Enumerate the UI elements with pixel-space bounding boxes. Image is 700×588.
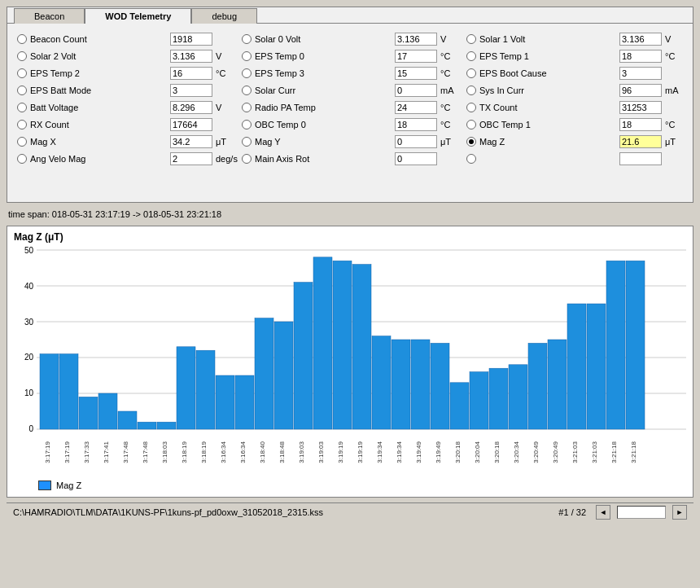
telem-radio[interactable]	[242, 86, 252, 95]
tab-debug[interactable]: debug	[191, 8, 257, 24]
chart-bar	[431, 343, 449, 429]
chart-bar	[352, 265, 371, 429]
telem-radio[interactable]	[17, 120, 27, 129]
telem-value[interactable]	[395, 84, 437, 97]
telem-label: EPS Temp 3	[255, 68, 392, 78]
telem-value[interactable]	[170, 33, 212, 46]
telem-value[interactable]	[619, 118, 662, 131]
telem-value[interactable]	[170, 101, 212, 114]
chart-bar	[196, 350, 215, 429]
telem-row: Radio PA Temp°C	[242, 100, 458, 115]
telem-value[interactable]	[395, 50, 437, 63]
chart-bar	[333, 261, 352, 429]
telem-row: Ang Velo Magdeg/s	[17, 151, 234, 166]
telem-radio[interactable]	[17, 68, 27, 78]
chart-bar	[216, 375, 234, 429]
chart-bar	[606, 261, 625, 429]
telem-radio[interactable]	[466, 86, 476, 95]
telem-radio[interactable]	[242, 34, 252, 44]
telem-radio[interactable]	[242, 68, 252, 78]
x-axis-label: 3:17:48	[142, 441, 149, 463]
telem-radio[interactable]	[466, 51, 476, 61]
telem-unit: deg/s	[216, 154, 234, 164]
telem-radio[interactable]	[466, 34, 476, 44]
x-axis-label: 3:20:34	[513, 441, 520, 463]
telem-row: Main Axis Rot	[242, 151, 458, 166]
telem-unit: μT	[216, 137, 234, 147]
telem-value[interactable]	[395, 67, 437, 80]
telem-unit: μT	[665, 137, 683, 147]
tab-wod[interactable]: WOD Telemetry	[85, 8, 191, 24]
x-axis-label: 3:19:03	[317, 441, 325, 463]
telem-radio[interactable]	[17, 154, 27, 164]
telem-row: EPS Batt Mode	[17, 83, 234, 98]
telem-value[interactable]	[170, 50, 212, 63]
telem-value[interactable]	[170, 135, 212, 148]
telem-label: Ang Velo Mag	[30, 154, 167, 164]
chart-bar	[235, 375, 254, 429]
chart-legend: Mag Z	[38, 480, 686, 490]
x-axis-label: 3:19:19	[337, 441, 344, 463]
telem-radio[interactable]	[242, 51, 252, 61]
nav-next-button[interactable]: ►	[672, 505, 687, 520]
x-axis-label: 3:17:19	[63, 441, 71, 463]
nav-slider[interactable]	[617, 506, 666, 519]
telem-col: Solar 1 VoltVEPS Temp 1°CEPS Boot CauseS…	[466, 32, 683, 166]
telem-radio[interactable]	[242, 154, 252, 164]
telem-value[interactable]	[619, 101, 662, 114]
telem-value[interactable]	[619, 67, 662, 80]
telem-radio[interactable]	[466, 120, 476, 129]
telem-row: OBC Temp 1°C	[466, 117, 683, 132]
telem-value[interactable]	[619, 84, 662, 97]
nav-prev-button[interactable]: ◄	[596, 505, 610, 520]
legend-label: Mag Z	[56, 480, 81, 490]
telem-label: EPS Temp 2	[30, 68, 167, 78]
telem-radio[interactable]	[242, 103, 252, 112]
telem-label: EPS Boot Cause	[479, 68, 616, 78]
y-axis-label: 30	[14, 318, 33, 327]
status-path: C:\HAMRADIO\TLM\DATA\1KUNS-PF\1kuns-pf_p…	[13, 507, 552, 517]
telem-col: Solar 0 VoltVEPS Temp 0°CEPS Temp 3°CSol…	[242, 32, 458, 166]
telem-radio[interactable]	[17, 137, 27, 147]
telem-label: Solar 0 Volt	[255, 34, 392, 44]
telem-radio[interactable]	[466, 137, 476, 147]
telem-radio[interactable]	[466, 103, 476, 112]
telem-radio[interactable]	[17, 51, 27, 61]
telem-value[interactable]	[619, 135, 662, 148]
telem-value[interactable]	[619, 50, 662, 63]
x-axis-label: 3:19:19	[357, 441, 364, 463]
telem-value[interactable]	[619, 152, 662, 165]
telem-radio[interactable]	[242, 120, 252, 129]
chart-bar	[294, 283, 313, 429]
x-axis-svg: 3:17:193:17:193:17:333:17:413:17:483:17:…	[37, 433, 686, 474]
tab-beacon[interactable]: Beacon	[14, 8, 85, 24]
telem-radio[interactable]	[17, 103, 27, 112]
telem-value[interactable]	[395, 118, 437, 131]
telem-unit: °C	[216, 68, 234, 78]
telem-radio[interactable]	[17, 86, 27, 95]
chart-bar	[528, 343, 547, 429]
telem-value[interactable]	[619, 33, 662, 46]
telem-value[interactable]	[395, 33, 437, 46]
telem-radio[interactable]	[466, 154, 476, 164]
telem-row: EPS Temp 2°C	[17, 66, 234, 81]
telem-value[interactable]	[170, 84, 212, 97]
telem-value[interactable]	[170, 152, 212, 165]
chart-bar	[255, 318, 273, 429]
telemetry-grid: Beacon CountSolar 2 VoltVEPS Temp 2°CEPS…	[17, 32, 683, 166]
telem-radio[interactable]	[466, 68, 476, 78]
chart-svg	[37, 246, 686, 433]
x-axis-label: 3:16:34	[239, 441, 247, 463]
telem-unit: V	[216, 51, 234, 61]
telem-value[interactable]	[395, 135, 437, 148]
telem-value[interactable]	[395, 101, 437, 114]
telem-radio[interactable]	[17, 34, 27, 44]
chart-area	[37, 246, 686, 433]
chart-container: Mag Z (μT) 01020304050 3:17:193:17:193:1…	[7, 226, 693, 498]
y-axis-label: 0	[14, 424, 33, 433]
telem-value[interactable]	[395, 152, 437, 165]
telem-unit: μT	[440, 137, 458, 147]
telem-radio[interactable]	[242, 137, 252, 147]
telem-value[interactable]	[170, 118, 212, 131]
telem-value[interactable]	[170, 67, 212, 80]
